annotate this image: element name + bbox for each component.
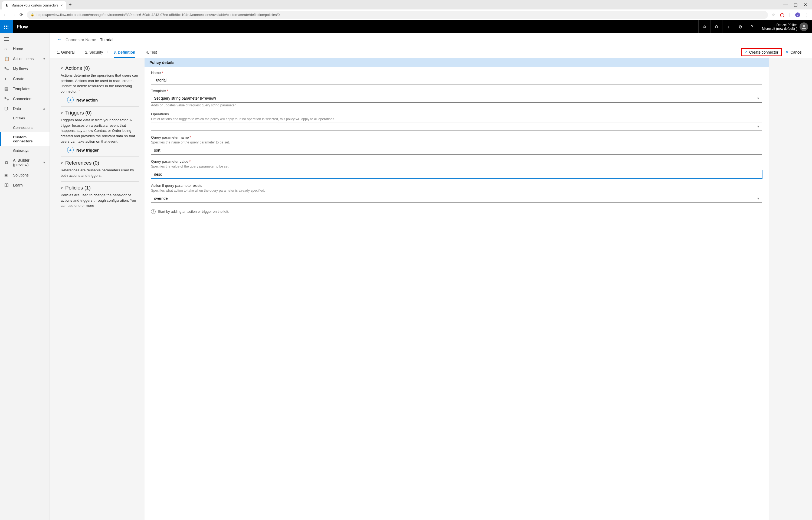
browser-tab[interactable]: Manage your custom connectors × [2, 1, 66, 9]
wizard-step-definition[interactable]: 3. Definition [114, 50, 135, 58]
name-input[interactable] [151, 76, 762, 84]
nav-templates[interactable]: ▤Templates [0, 84, 50, 94]
svg-rect-0 [4, 25, 5, 25]
chevron-right-icon: 〉 [107, 50, 110, 54]
chevron-down-icon: ∨ [43, 161, 45, 164]
operations-select[interactable]: ∨ [151, 123, 762, 130]
nav-connectors[interactable]: Connectors [0, 94, 50, 104]
back-button-icon[interactable]: ← [57, 37, 62, 43]
chevron-down-icon[interactable]: ∨ [61, 111, 63, 115]
policies-title: Policies (1) [65, 185, 91, 191]
qp-name-input[interactable] [151, 146, 762, 155]
template-value: Set query string parameter (Preview) [154, 96, 216, 100]
field-qp-name: Query parameter name* Specifies the name… [151, 135, 762, 155]
app-launcher-icon[interactable] [0, 20, 13, 33]
flow-icon [4, 67, 9, 70]
back-icon[interactable]: ← [3, 12, 7, 17]
triggers-desc: Triggers read data in from your connecto… [61, 118, 139, 144]
chevron-down-icon[interactable]: ∨ [61, 161, 63, 165]
qp-value-label: Query parameter value* [151, 159, 762, 163]
nav-label: Connections [13, 126, 33, 130]
policy-details-header: Policy details [145, 58, 769, 67]
nav-collapse-icon[interactable] [0, 34, 50, 44]
nav-ai-builder[interactable]: AI Builder(preview)∨ [0, 155, 50, 170]
field-template: Template* Set query string parameter (Pr… [151, 89, 762, 107]
help-icon[interactable]: ? [746, 20, 758, 33]
user-name: Denzel Pfeifer [762, 23, 797, 27]
url-text: https://preview.flow.microsoft.com/manag… [36, 13, 280, 17]
new-trigger-button[interactable]: +New trigger [61, 147, 139, 153]
wizard-step-general[interactable]: 1. General [57, 50, 74, 54]
tab-close-icon[interactable]: × [61, 3, 63, 7]
feedback-icon[interactable]: ☺ [698, 20, 710, 33]
nav-solutions[interactable]: ▣Solutions [0, 170, 50, 180]
nav-data[interactable]: Data∧ [0, 104, 50, 113]
template-help: Adds or updates value of request query s… [151, 103, 762, 107]
extension-icon[interactable]: ◯ [780, 13, 784, 17]
chevron-down-icon[interactable]: ∨ [61, 66, 63, 70]
actions-title: Actions (0) [65, 65, 90, 71]
nav-entities[interactable]: Entities [0, 113, 50, 123]
qp-action-select[interactable]: override ∨ [151, 194, 762, 203]
chevron-down-icon[interactable]: ∨ [61, 186, 63, 190]
svg-rect-1 [6, 25, 7, 25]
qp-name-help: Specifies the name of the query paramete… [151, 140, 762, 144]
nav-action-items[interactable]: 📋Action items∨ [0, 54, 50, 64]
references-title: References (0) [65, 160, 99, 166]
nav-label: Templates [13, 87, 30, 91]
bookmark-star-icon[interactable]: ☆ [772, 13, 775, 17]
nav-custom-connectors[interactable]: Custom connectors [0, 132, 50, 146]
svg-rect-2 [7, 25, 8, 25]
nav-connections[interactable]: Connections [0, 123, 50, 132]
actions-section: ∨Actions (0) Actions determine the opera… [61, 62, 139, 107]
nav-label: Solutions [13, 173, 29, 177]
svg-rect-5 [7, 26, 8, 27]
new-tab-button[interactable]: + [69, 2, 72, 7]
wizard-step-security[interactable]: 2. Security [85, 50, 103, 54]
cancel-button[interactable]: ✕ Cancel [783, 49, 805, 55]
url-bar[interactable]: 🔒 https://preview.flow.microsoft.com/man… [27, 11, 768, 19]
chevron-down-icon: ∨ [757, 97, 759, 100]
minimize-icon[interactable]: — [783, 2, 788, 7]
qp-action-label: Action if query parameter exists [151, 184, 762, 188]
browser-urlbar-row: ← → ⟳ 🔒 https://preview.flow.microsoft.c… [0, 9, 812, 20]
templates-icon: ▤ [4, 86, 9, 91]
header-value: Tutorial [100, 37, 113, 42]
wizard-steps: 1. General 〉 2. Security 〉 3. Definition… [50, 46, 812, 58]
triggers-section: ∨Triggers (0) Triggers read data in from… [61, 107, 139, 157]
nav-learn[interactable]: Learn [0, 180, 50, 190]
chevron-right-icon: 〉 [78, 50, 81, 54]
qp-value-input[interactable] [151, 170, 762, 179]
wizard-step-test[interactable]: 4. Test [146, 50, 157, 54]
new-trigger-label: New trigger [76, 148, 99, 152]
references-desc: References are reusable parameters used … [61, 167, 139, 178]
browser-menu-icon[interactable]: ⋮ [805, 13, 809, 17]
reload-icon[interactable]: ⟳ [20, 12, 23, 17]
notifications-icon[interactable] [710, 20, 722, 33]
nav-create[interactable]: +Create [0, 74, 50, 84]
nav-gateways[interactable]: Gateways [0, 146, 50, 155]
maximize-icon[interactable]: ▢ [793, 2, 798, 7]
operations-label: Operations [151, 112, 762, 116]
nav-my-flows[interactable]: My flows [0, 64, 50, 74]
browser-profile-icon[interactable]: d [795, 12, 800, 17]
svg-point-13 [5, 68, 6, 69]
qp-value-help: Specifies the value of the query paramet… [151, 164, 762, 168]
qp-action-help: Specifies what action to take when the q… [151, 189, 762, 192]
template-label: Template* [151, 89, 762, 93]
policy-form-panel: Policy details Name* Template* Set query… [145, 58, 769, 520]
new-action-button[interactable]: +New action [61, 97, 139, 103]
create-connector-button[interactable]: ✓ Create connector [741, 48, 782, 56]
definitions-panel: ∨Actions (0) Actions determine the opera… [50, 58, 145, 520]
settings-gear-icon[interactable]: ⚙ [734, 20, 746, 33]
download-icon[interactable]: ↓ [722, 20, 734, 33]
svg-point-9 [803, 25, 805, 27]
field-qp-value: Query parameter value* Specifies the val… [151, 159, 762, 179]
svg-rect-6 [4, 28, 5, 29]
close-window-icon[interactable]: ✕ [804, 2, 807, 7]
nav-home[interactable]: ⌂Home [0, 44, 50, 54]
template-select[interactable]: Set query string parameter (Preview) ∨ [151, 94, 762, 103]
chevron-up-icon: ∧ [43, 107, 45, 110]
account-menu[interactable]: Denzel Pfeifer Microsoft (new default) ( [758, 23, 812, 31]
nav-label: Create [13, 77, 24, 81]
